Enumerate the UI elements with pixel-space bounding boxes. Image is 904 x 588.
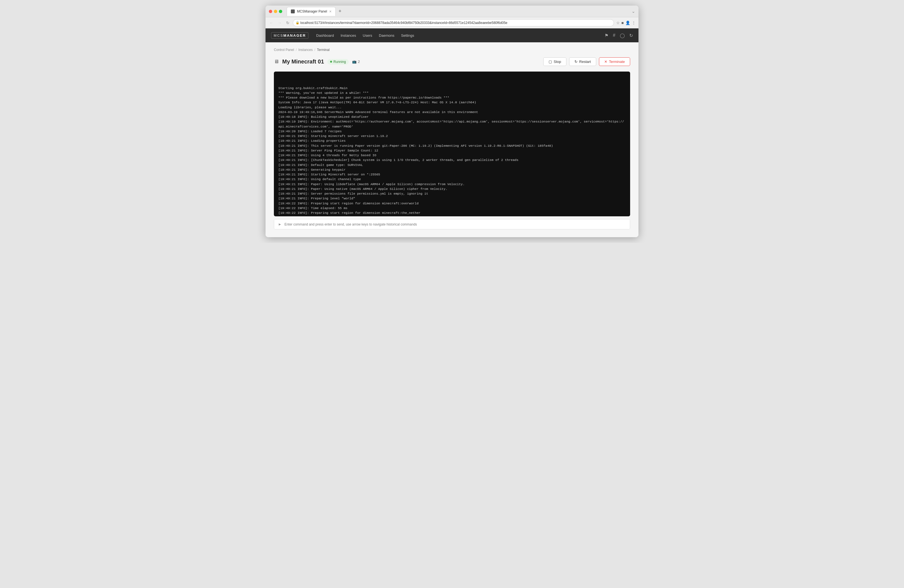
breadcrumb-instances[interactable]: Instances (299, 48, 313, 52)
address-actions: ☆ ■ 👤 ⋮ (616, 21, 636, 25)
breadcrumb-current: Terminal (317, 48, 330, 52)
grid-icon[interactable]: # (613, 33, 615, 38)
traffic-lights (269, 10, 282, 13)
stop-icon: ▢ (548, 60, 552, 64)
extensions-icon[interactable]: ■ (621, 21, 624, 25)
address-bar: ← → ↻ 🔒 ☆ ■ 👤 ⋮ (266, 17, 638, 28)
breadcrumb-sep-2: / (314, 48, 315, 52)
instance-header: 🖥 My Minecraft 01 Running 📺 2 ▢ Stop ↻ R… (274, 57, 630, 66)
command-prompt-icon: ► (278, 222, 282, 226)
nav-dashboard[interactable]: Dashboard (316, 33, 334, 38)
monitor-icon: 📺 (352, 60, 357, 64)
command-input[interactable] (284, 223, 626, 226)
player-count-value: 2 (358, 60, 360, 64)
address-input-wrapper: 🔒 (293, 19, 614, 27)
bookmark-icon[interactable]: ☆ (616, 21, 620, 25)
tab-bar: MCSManager Panel × + (287, 7, 629, 16)
player-count: 📺 2 (352, 60, 360, 64)
terminate-icon: ✕ (604, 60, 607, 64)
status-badge: Running (327, 59, 349, 65)
nav-settings[interactable]: Settings (401, 33, 414, 38)
app-navbar: MCSMANAGER Dashboard Instances Users Dae… (266, 28, 638, 42)
instance-title: My Minecraft 01 (282, 58, 324, 65)
tab-favicon (291, 9, 295, 13)
dropdown-icon[interactable]: ⌄ (632, 9, 635, 14)
breadcrumb-control-panel[interactable]: Control Panel (274, 48, 294, 52)
breadcrumb-sep-1: / (296, 48, 297, 52)
flag-icon[interactable]: ⚑ (605, 33, 608, 38)
terminal-output: Starting org.bukkit.craftbukkit.Main ***… (278, 86, 626, 217)
brand-logo: MCSMANAGER (271, 32, 308, 39)
terminal-output-container[interactable]: Starting org.bukkit.craftbukkit.Main ***… (274, 71, 630, 217)
profile-icon[interactable]: 👤 (626, 21, 630, 25)
restart-icon: ↻ (574, 60, 577, 64)
window-controls: ⌄ (632, 9, 635, 14)
tab-title: MCSManager Panel (297, 9, 327, 13)
nav-users[interactable]: Users (363, 33, 372, 38)
refresh-icon[interactable]: ↻ (629, 33, 633, 38)
terminate-button[interactable]: ✕ Terminate (599, 57, 630, 66)
active-tab[interactable]: MCSManager Panel × (287, 7, 336, 16)
user-icon[interactable]: ◯ (620, 33, 625, 38)
back-button[interactable]: ← (268, 19, 274, 26)
stop-button[interactable]: ▢ Stop (543, 57, 566, 66)
new-tab-button[interactable]: + (337, 8, 343, 14)
address-input[interactable] (293, 19, 614, 27)
forward-button[interactable]: → (277, 19, 283, 26)
page-content: Control Panel / Instances / Terminal 🖥 M… (266, 42, 638, 237)
main-nav: Dashboard Instances Users Daemons Settin… (316, 33, 414, 38)
status-dot (330, 61, 332, 63)
tab-close-button[interactable]: × (329, 9, 332, 14)
restart-button[interactable]: ↻ Restart (569, 57, 596, 66)
title-bar: MCSManager Panel × + ⌄ (266, 6, 638, 17)
menu-icon[interactable]: ⋮ (632, 21, 636, 25)
close-button[interactable] (269, 10, 272, 13)
action-buttons: ▢ Stop ↻ Restart ✕ Terminate (543, 57, 630, 66)
minimize-button[interactable] (274, 10, 277, 13)
maximize-button[interactable] (279, 10, 282, 13)
status-label: Running (333, 60, 346, 64)
command-input-bar: ► (274, 219, 630, 229)
reload-button[interactable]: ↻ (285, 19, 291, 26)
nav-instances[interactable]: Instances (341, 33, 356, 38)
lock-icon: 🔒 (296, 21, 299, 24)
instance-icon: 🖥 (274, 59, 279, 65)
browser-window: MCSManager Panel × + ⌄ ← → ↻ 🔒 ☆ ■ 👤 ⋮ M… (266, 6, 638, 237)
nav-right-icons: ⚑ # ◯ ↻ (605, 33, 633, 38)
nav-daemons[interactable]: Daemons (379, 33, 394, 38)
breadcrumb: Control Panel / Instances / Terminal (274, 48, 630, 52)
